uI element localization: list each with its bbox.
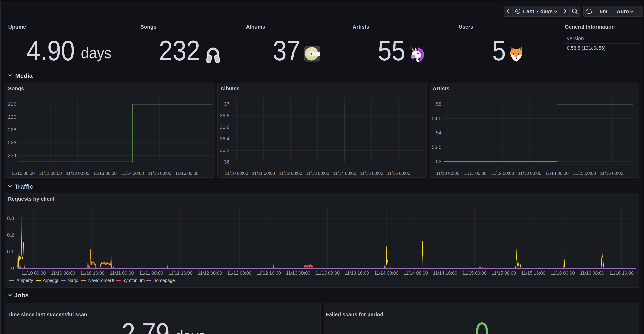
svg-text:53: 53 (436, 159, 442, 164)
svg-text:11/11 00:00: 11/11 00:00 (464, 171, 486, 176)
svg-text:228: 228 (8, 127, 16, 132)
svg-text:11/16 00:00: 11/16 00:00 (175, 171, 198, 176)
svg-text:226: 226 (8, 140, 16, 145)
svg-text:11/10 00:00: 11/10 00:00 (436, 171, 460, 176)
svg-text:232: 232 (8, 101, 16, 107)
svg-text:11/10 08:00: 11/10 08:00 (51, 270, 75, 276)
svg-text:36.4: 36.4 (220, 136, 230, 141)
svg-text:11/15 00:00: 11/15 00:00 (462, 270, 486, 276)
svg-text:11/13 00:00: 11/13 00:00 (286, 270, 310, 276)
svg-text:11/15 16:00: 11/15 16:00 (521, 270, 545, 276)
svg-text:11/12 00:00: 11/12 00:00 (279, 171, 302, 176)
svg-text:11/13 08:00: 11/13 08:00 (316, 270, 340, 276)
svg-text:11/13 16:00: 11/13 16:00 (345, 270, 369, 276)
svg-text:11/12 00:00: 11/12 00:00 (491, 171, 514, 176)
svg-text:230: 230 (8, 114, 16, 120)
svg-text:11/15 00:00: 11/15 00:00 (360, 171, 383, 176)
svg-text:11/11 08:00: 11/11 08:00 (139, 270, 163, 276)
svg-text:54: 54 (436, 130, 442, 136)
svg-text:11/13 00:00: 11/13 00:00 (518, 171, 541, 176)
svg-text:11/10 00:00: 11/10 00:00 (22, 270, 46, 276)
svg-text:11/15 00:00: 11/15 00:00 (148, 171, 171, 176)
svg-text:55: 55 (436, 101, 442, 107)
svg-text:11/16 00:00: 11/16 00:00 (387, 171, 410, 176)
svg-text:11/11 00:00: 11/11 00:00 (252, 171, 275, 176)
svg-text:54.5: 54.5 (432, 116, 442, 121)
svg-text:11/12 00:00: 11/12 00:00 (66, 171, 89, 176)
svg-text:11/16 16:00: 11/16 16:00 (609, 270, 634, 276)
svg-text:11/14 00:00: 11/14 00:00 (374, 270, 398, 276)
svg-text:11/14 00:00: 11/14 00:00 (120, 171, 144, 176)
svg-text:36.8: 36.8 (220, 113, 230, 118)
svg-text:11/11 00:00: 11/11 00:00 (39, 171, 62, 176)
svg-text:11/14 08:00: 11/14 08:00 (404, 270, 428, 276)
svg-text:11/12 00:00: 11/12 00:00 (198, 270, 222, 276)
svg-text:11/16 00:00: 11/16 00:00 (600, 171, 623, 176)
svg-text:11/13 00:00: 11/13 00:00 (306, 171, 329, 176)
svg-text:36: 36 (224, 159, 230, 165)
svg-text:11/11 16:00: 11/11 16:00 (169, 270, 193, 276)
svg-text:36.6: 36.6 (220, 124, 230, 130)
svg-text:11/10 00:00: 11/10 00:00 (225, 171, 248, 176)
svg-text:11/15 08:00: 11/15 08:00 (492, 270, 516, 276)
svg-text:11/14 00:00: 11/14 00:00 (545, 171, 568, 176)
svg-text:11/14 00:00: 11/14 00:00 (333, 171, 356, 176)
svg-text:0.2: 0.2 (7, 232, 14, 238)
svg-text:0: 0 (11, 266, 14, 271)
svg-text:37: 37 (224, 101, 230, 107)
svg-text:0.1: 0.1 (7, 249, 14, 254)
svg-text:224: 224 (8, 153, 16, 158)
svg-text:11/16 00:00: 11/16 00:00 (550, 270, 575, 276)
svg-text:53.5: 53.5 (432, 144, 442, 150)
svg-text:11/14 16:00: 11/14 16:00 (433, 270, 457, 276)
svg-text:11/15 00:00: 11/15 00:00 (572, 171, 596, 176)
svg-text:11/11 00:00: 11/11 00:00 (110, 270, 134, 276)
svg-text:36.2: 36.2 (220, 147, 230, 153)
svg-text:11/12 16:00: 11/12 16:00 (257, 270, 281, 276)
svg-text:11/12 08:00: 11/12 08:00 (227, 270, 251, 276)
svg-text:11/10 00:00: 11/10 00:00 (12, 171, 35, 176)
svg-text:0.3: 0.3 (7, 215, 14, 221)
svg-text:11/13 00:00: 11/13 00:00 (94, 171, 117, 176)
svg-text:11/10 16:00: 11/10 16:00 (80, 270, 104, 276)
svg-text:11/16 08:00: 11/16 08:00 (580, 270, 604, 276)
